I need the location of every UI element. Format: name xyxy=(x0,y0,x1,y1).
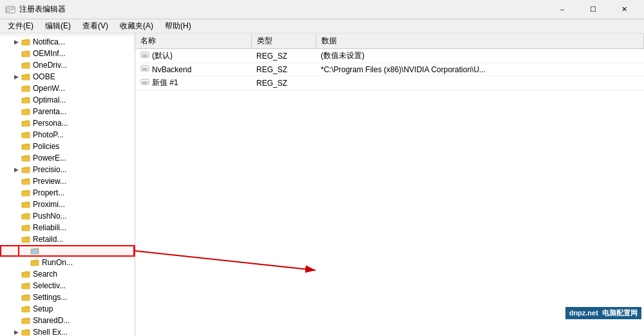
tree-label-run: Run xyxy=(42,246,56,255)
menu-bar: 文件(E) 编辑(E) 查看(V) 收藏夹(A) 帮助(H) xyxy=(0,19,644,34)
tree-label-precisio: Precisio... xyxy=(33,165,67,174)
close-button[interactable]: ✕ xyxy=(609,0,639,19)
reg-type: REG_SZ xyxy=(251,76,316,90)
tree-label-proximi: Proximi... xyxy=(33,200,65,209)
folder-icon-precisio xyxy=(21,165,31,174)
tree-item-settings[interactable]: Settings... xyxy=(0,292,135,303)
table-row[interactable]: ab NvBackendREG_SZ*C:\Program Files (x86… xyxy=(135,63,644,76)
tree-label-parenta: Parenta... xyxy=(33,107,66,116)
folder-icon-oobe xyxy=(21,72,31,81)
tree-label-oeminfo: OEMInf... xyxy=(33,49,66,58)
expander-retaild xyxy=(12,235,21,244)
reg-name-text: NvBackend xyxy=(152,65,191,74)
tree-item-precisio[interactable]: ▶ Precisio... xyxy=(0,164,135,175)
expander-notifica[interactable]: ▶ xyxy=(12,37,21,46)
tree-item-propert[interactable]: Propert... xyxy=(0,187,135,199)
tree-item-shellex[interactable]: ▶ Shell Ex... xyxy=(0,326,135,336)
expander-reliabili xyxy=(12,223,21,232)
reg-type: REG_SZ xyxy=(251,63,316,76)
expander-propert xyxy=(12,188,21,197)
expander-photop xyxy=(12,130,21,139)
expander-search xyxy=(12,270,21,279)
string-value-icon: ab xyxy=(140,78,149,88)
svg-text:ab: ab xyxy=(142,80,147,84)
tree-item-search[interactable]: Search xyxy=(0,268,135,280)
reg-name: ab 新值 #1 xyxy=(135,76,251,90)
folder-icon-setup xyxy=(21,304,31,313)
tree-label-preview: Preview... xyxy=(33,177,66,186)
tree-item-persona[interactable]: Persona... xyxy=(0,117,135,129)
tree-label-runonce: RunOn... xyxy=(42,258,73,267)
tree-label-policies: Policies xyxy=(33,142,59,151)
svg-text:ab: ab xyxy=(142,53,147,57)
tree-item-oobe[interactable]: ▶ OOBE xyxy=(0,71,135,83)
tree-label-retaild: Retaild... xyxy=(33,235,63,244)
folder-icon-policies xyxy=(21,142,31,151)
folder-icon-notifica xyxy=(21,37,31,46)
tree-item-pushno[interactable]: PushNo... xyxy=(0,210,135,222)
tree-item-openw[interactable]: OpenW... xyxy=(0,83,135,94)
tree-label-setup: Setup xyxy=(33,304,53,313)
tree-item-preview[interactable]: Preview... xyxy=(0,175,135,187)
tree-label-shellex: Shell Ex... xyxy=(33,328,68,336)
maximize-button[interactable]: ☐ xyxy=(578,0,608,19)
tree-label-reliabili: Reliabili... xyxy=(33,223,66,232)
menu-favorites[interactable]: 收藏夹(A) xyxy=(115,19,158,33)
tree-item-run[interactable]: Run xyxy=(0,245,135,257)
tree-item-runonce[interactable]: RunOn... xyxy=(0,257,135,268)
table-row[interactable]: ab (默认)REG_SZ(数值未设置) xyxy=(135,49,644,63)
expander-openw xyxy=(12,84,21,93)
menu-edit[interactable]: 编辑(E) xyxy=(40,19,76,33)
tree-label-optimal: Optimal... xyxy=(33,95,66,104)
svg-rect-1 xyxy=(6,8,10,12)
tree-label-pushno: PushNo... xyxy=(33,212,67,221)
tree-item-setup[interactable]: Setup xyxy=(0,303,135,315)
expander-sharedd xyxy=(12,316,21,325)
tree-item-notifica[interactable]: ▶ Notifica... xyxy=(0,36,135,48)
tree-item-selectiv[interactable]: Selectiv... xyxy=(0,280,135,292)
tree-item-oeminfo[interactable]: OEMInf... xyxy=(0,48,135,59)
minimize-button[interactable]: − xyxy=(547,0,577,19)
expander-optimal xyxy=(12,95,21,104)
main-content: ▶ Notifica... OEMInf... OneDriv...▶ OOBE… xyxy=(0,34,644,336)
folder-icon-run xyxy=(30,246,40,255)
registry-table: 名称 类型 数据 ab (默认)REG_SZ(数值未设置) ab NvBacke… xyxy=(135,34,644,336)
folder-icon-shellex xyxy=(21,328,31,336)
folder-icon-parenta xyxy=(21,107,31,116)
title-bar: 注册表编辑器 − ☐ ✕ xyxy=(0,0,644,19)
reg-name: ab NvBackend xyxy=(135,63,251,76)
tree-item-retaild[interactable]: Retaild... xyxy=(0,233,135,245)
expander-persona xyxy=(12,119,21,128)
tree-item-powere[interactable]: PowerE... xyxy=(0,152,135,164)
tree-label-openw: OpenW... xyxy=(33,84,65,93)
expander-oobe[interactable]: ▶ xyxy=(12,72,21,81)
tree-item-optimal[interactable]: Optimal... xyxy=(0,94,135,106)
folder-icon-runonce xyxy=(30,258,40,267)
window-controls: − ☐ ✕ xyxy=(547,0,639,19)
tree-item-sharedd[interactable]: SharedD... xyxy=(0,315,135,326)
tree-item-photop[interactable]: PhotoP... xyxy=(0,129,135,141)
expander-pushno xyxy=(12,212,21,221)
tree-label-search: Search xyxy=(33,270,57,279)
reg-name-text: (默认) xyxy=(152,50,173,61)
table-row[interactable]: ab 新值 #1REG_SZ xyxy=(135,76,644,90)
expander-precisio[interactable]: ▶ xyxy=(12,165,21,174)
menu-help[interactable]: 帮助(H) xyxy=(160,19,196,33)
tree-item-policies[interactable]: Policies xyxy=(0,141,135,152)
folder-icon-proximi xyxy=(21,200,31,209)
folder-icon-reliabili xyxy=(21,223,31,232)
menu-file[interactable]: 文件(E) xyxy=(3,19,39,33)
tree-label-powere: PowerE... xyxy=(33,153,66,163)
tree-item-onedrive[interactable]: OneDriv... xyxy=(0,59,135,71)
menu-view[interactable]: 查看(V) xyxy=(77,19,113,33)
tree-item-reliabili[interactable]: Reliabili... xyxy=(0,222,135,233)
folder-icon-retaild xyxy=(21,235,31,244)
registry-tree[interactable]: ▶ Notifica... OEMInf... OneDriv...▶ OOBE… xyxy=(0,34,135,336)
tree-item-parenta[interactable]: Parenta... xyxy=(0,106,135,117)
expander-shellex[interactable]: ▶ xyxy=(12,328,21,336)
expander-run xyxy=(21,246,30,255)
tree-item-proximi[interactable]: Proximi... xyxy=(0,199,135,210)
folder-icon-preview xyxy=(21,177,31,186)
col-type: 类型 xyxy=(251,34,316,49)
reg-data: (数值未设置) xyxy=(316,49,644,63)
